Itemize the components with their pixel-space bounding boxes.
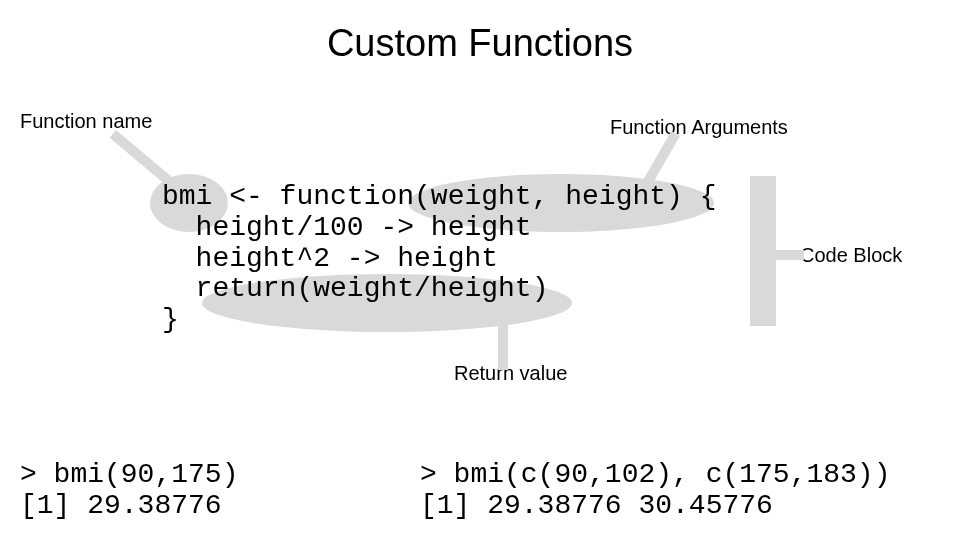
slide-title: Custom Functions — [0, 22, 960, 65]
label-function-arguments: Function Arguments — [610, 116, 788, 139]
label-code-block: Code Block — [800, 244, 902, 267]
label-function-name: Function name — [20, 110, 152, 133]
label-return-value: Return value — [454, 362, 567, 385]
connector-code-block — [776, 250, 804, 260]
code-function-definition: bmi <- function(weight, height) { height… — [162, 182, 717, 336]
code-example-2: > bmi(c(90,102), c(175,183)) [1] 29.3877… — [420, 460, 890, 522]
highlight-code-block — [750, 176, 776, 326]
code-example-1: > bmi(90,175) [1] 29.38776 — [20, 460, 238, 522]
